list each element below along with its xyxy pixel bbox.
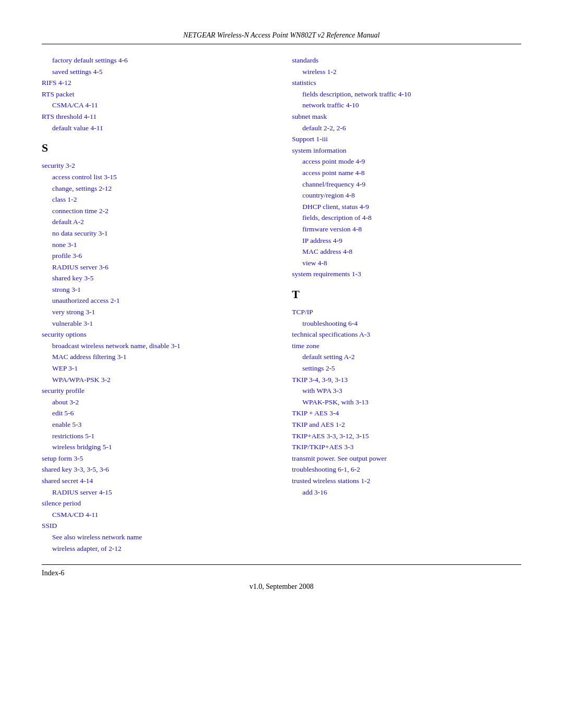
list-item[interactable]: broadcast wireless network name, disable… <box>42 340 271 352</box>
list-item[interactable]: fields, description of 4-8 <box>292 212 521 224</box>
list-item[interactable]: with WPA 3-3 <box>292 385 521 397</box>
list-item[interactable]: no data security 3-1 <box>42 228 271 239</box>
section-t-letter: T <box>292 285 521 303</box>
list-item[interactable]: saved settings 4-5 <box>42 66 271 78</box>
list-item[interactable]: standards <box>292 55 521 66</box>
list-item[interactable]: edit 5-6 <box>42 408 271 419</box>
list-item[interactable]: troubleshooting 6-1, 6-2 <box>292 464 521 475</box>
list-item[interactable]: wireless adapter, of 2-12 <box>42 543 271 554</box>
list-item[interactable]: enable 5-3 <box>42 419 271 430</box>
list-item[interactable]: Support 1-iii <box>292 133 521 145</box>
list-item[interactable]: TKIP + AES 3-4 <box>292 408 521 419</box>
list-item[interactable]: security options <box>42 329 271 340</box>
list-item[interactable]: fields description, network traffic 4-10 <box>292 89 521 100</box>
list-item[interactable]: troubleshooting 6-4 <box>292 318 521 329</box>
list-item[interactable]: transmit power. See output power <box>292 453 521 464</box>
list-item[interactable]: very strong 3-1 <box>42 306 271 318</box>
section-s-letter: S <box>42 139 271 157</box>
list-item[interactable]: view 4-8 <box>292 257 521 269</box>
list-item[interactable]: CSMA/CD 4-11 <box>42 509 271 521</box>
list-item[interactable]: statistics <box>292 77 521 89</box>
list-item[interactable]: default 2-2, 2-6 <box>292 122 521 134</box>
list-item[interactable]: technical specifications A-3 <box>292 329 521 340</box>
list-item[interactable]: factory default settings 4-6 <box>42 55 271 66</box>
list-item[interactable]: access point name 4-8 <box>292 167 521 179</box>
list-item[interactable]: wireless 1-2 <box>292 66 521 78</box>
list-item[interactable]: RADIUS server 3-6 <box>42 262 271 273</box>
list-item[interactable]: firmware version 4-8 <box>292 224 521 235</box>
right-column: standards wireless 1-2 statistics fields… <box>292 55 521 554</box>
list-item[interactable]: wireless bridging 5-1 <box>42 441 271 453</box>
list-item[interactable]: security profile <box>42 385 271 397</box>
list-item[interactable]: country/region 4-8 <box>292 190 521 201</box>
list-item[interactable]: connection time 2-2 <box>42 205 271 217</box>
list-item[interactable]: trusted wireless stations 1-2 <box>292 475 521 487</box>
list-item[interactable]: access point mode 4-9 <box>292 156 521 167</box>
section-t-entries: TCP/IP troubleshooting 6-4 technical spe… <box>292 306 521 498</box>
list-item[interactable]: unauthorized access 2-1 <box>42 295 271 306</box>
list-item[interactable]: default setting A-2 <box>292 351 521 363</box>
list-item[interactable]: restrictions 5-1 <box>42 430 271 442</box>
list-item[interactable]: shared secret 4-14 <box>42 475 271 487</box>
header-title: NETGEAR Wireless-N Access Point WN802T v… <box>183 31 380 39</box>
list-item[interactable]: WPA/WPA-PSK 3-2 <box>42 374 271 386</box>
list-item[interactable]: security 3-2 <box>42 160 271 171</box>
list-item[interactable]: default A-2 <box>42 216 271 228</box>
footer-left: Index-6 <box>42 569 65 577</box>
list-item[interactable]: setup form 3-5 <box>42 453 271 464</box>
page-footer: Index-6 <box>42 564 521 577</box>
main-columns: factory default settings 4-6 saved setti… <box>42 55 521 554</box>
list-item[interactable]: class 1-2 <box>42 194 271 205</box>
footer-center: v1.0, September 2008 <box>42 583 521 591</box>
list-item[interactable]: TKIP/TKIP+AES 3-3 <box>292 441 521 453</box>
list-item[interactable]: SSID <box>42 520 271 532</box>
list-item[interactable]: system information <box>292 145 521 156</box>
page: NETGEAR Wireless-N Access Point WN802T v… <box>0 0 563 622</box>
list-item[interactable]: RIFS 4-12 <box>42 77 271 89</box>
list-item[interactable]: silence period <box>42 498 271 509</box>
page-header: NETGEAR Wireless-N Access Point WN802T v… <box>42 31 521 44</box>
list-item[interactable]: IP address 4-9 <box>292 235 521 246</box>
list-item[interactable]: CSMA/CA 4-11 <box>42 100 271 111</box>
list-item[interactable]: RTS threshold 4-11 <box>42 111 271 122</box>
list-item[interactable]: about 3-2 <box>42 397 271 408</box>
list-item[interactable]: TKIP and AES 1-2 <box>292 419 521 430</box>
list-item[interactable]: settings 2-5 <box>292 363 521 374</box>
list-item[interactable]: DHCP client, status 4-9 <box>292 201 521 213</box>
list-item[interactable]: shared key 3-5 <box>42 273 271 284</box>
list-item[interactable]: shared key 3-3, 3-5, 3-6 <box>42 464 271 475</box>
list-item[interactable]: channel/frequency 4-9 <box>292 179 521 190</box>
list-item[interactable]: change, settings 2-12 <box>42 183 271 194</box>
list-item[interactable]: add 3-16 <box>292 487 521 498</box>
list-item[interactable]: strong 3-1 <box>42 284 271 295</box>
list-item[interactable]: TKIP 3-4, 3-9, 3-13 <box>292 374 521 386</box>
list-item[interactable]: RADIUS server 4-15 <box>42 487 271 498</box>
list-item[interactable]: time zone <box>292 340 521 352</box>
section-s-entries: security 3-2 access control list 3-15 ch… <box>42 160 271 554</box>
list-item[interactable]: TKIP+AES 3-3, 3-12, 3-15 <box>292 430 521 442</box>
list-item[interactable]: subnet mask <box>292 111 521 122</box>
list-item[interactable]: default value 4-11 <box>42 122 271 134</box>
list-item[interactable]: access control list 3-15 <box>42 171 271 183</box>
left-top-entries: factory default settings 4-6 saved setti… <box>42 55 271 133</box>
list-item[interactable]: network traffic 4-10 <box>292 100 521 111</box>
right-top-entries: standards wireless 1-2 statistics fields… <box>292 55 521 280</box>
list-item[interactable]: system requirements 1-3 <box>292 268 521 280</box>
list-item[interactable]: WEP 3-1 <box>42 363 271 374</box>
list-item[interactable]: MAC address 4-8 <box>292 246 521 257</box>
list-item[interactable]: TCP/IP <box>292 306 521 318</box>
list-item[interactable]: none 3-1 <box>42 239 271 251</box>
list-item[interactable]: MAC address filtering 3-1 <box>42 351 271 363</box>
list-item[interactable]: RTS packet <box>42 89 271 100</box>
list-item[interactable]: See also wireless network name <box>42 532 271 543</box>
list-item[interactable]: WPAK-PSK, with 3-13 <box>292 397 521 408</box>
left-column: factory default settings 4-6 saved setti… <box>42 55 271 554</box>
list-item[interactable]: profile 3-6 <box>42 250 271 262</box>
list-item[interactable]: vulnerable 3-1 <box>42 318 271 329</box>
